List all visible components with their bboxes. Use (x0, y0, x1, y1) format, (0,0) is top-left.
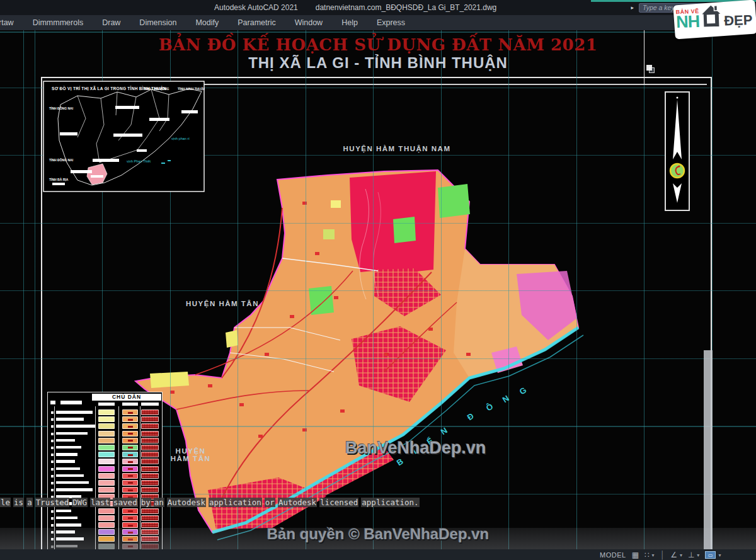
snap-mode-icon[interactable]: ∷ (644, 551, 650, 559)
label-huyen-ham-tan-south: HUYỆN HÀM TÂN (161, 447, 220, 462)
watermark-center: BanVeNhaDep.vn (345, 438, 486, 458)
grid-display-icon[interactable]: ▦ (632, 551, 639, 559)
legend-row (48, 458, 162, 465)
model-button[interactable]: MODEL (600, 551, 626, 559)
inset-label-dong-nai-2: TỈNH ĐỒNG NAI (49, 158, 74, 162)
legend-row (48, 508, 162, 515)
menu-help[interactable]: Help (332, 15, 367, 30)
inset-sea-label-1: vịnh phan rí (171, 137, 190, 140)
menu-rtaw[interactable]: rtaw (0, 15, 23, 30)
crosshair-cursor (644, 30, 644, 85)
menu-dimension[interactable]: Dimension (130, 15, 186, 30)
menu-bar: rtaw Dimmmmerols Draw Dimension Modify P… (0, 15, 756, 30)
inset-label-lam-dong: TỈNH LÂM ĐỒNG (144, 87, 169, 91)
right-scrollbar[interactable] (704, 350, 713, 549)
banvenhadep-logo: BẢN VẼ NH ĐẸP (672, 0, 756, 38)
logo-text-nh: NH (676, 14, 700, 30)
menu-parametric[interactable]: Parametric (228, 15, 285, 30)
menu-dimmmmerols[interactable]: Dimmmmerols (23, 15, 93, 30)
legend-row (48, 430, 162, 437)
location-inset-map: SƠ ĐỒ VỊ TRÍ THỊ XÃ LA GI TRONG TỈNH BÌN… (43, 81, 205, 192)
legend-row (48, 423, 162, 430)
polar-dropdown-icon[interactable]: ▾ (697, 552, 699, 558)
search-expand-icon[interactable]: ▸ (631, 4, 634, 11)
label-huyen-ham-tan-west: HUYỆN HÀM TÂN (175, 300, 270, 307)
legend-row (48, 486, 162, 493)
status-bar: MODEL ▦ ∷ ▾ │ ∠ ▾ ⊥ ▾ ▭ ▾ (0, 549, 756, 560)
legend-row (48, 444, 162, 451)
trusted-overlay: leisaTrustedDWGlastsavedbyanAutodeskappl… (0, 498, 422, 507)
legend-row (48, 409, 162, 416)
snap-dropdown-icon[interactable]: ▾ (652, 552, 655, 558)
legend-row (48, 479, 162, 486)
menu-window[interactable]: Window (285, 15, 332, 30)
legend-row (48, 416, 162, 423)
legend-row (48, 466, 162, 472)
selection-cycling-icon[interactable]: ▭ (705, 551, 716, 559)
label-huyen-ham-thuan-nam: HUYỆN HÀM THUẬN NAM (328, 145, 466, 152)
ortho-dropdown-icon[interactable]: ▾ (680, 552, 682, 558)
logo-text-dep: ĐẸP (724, 13, 753, 28)
legend-row (48, 472, 162, 479)
house-icon (699, 3, 723, 29)
menu-express[interactable]: Express (367, 15, 415, 30)
crosshair-pickbox (646, 65, 652, 71)
north-emblem (670, 164, 684, 178)
ortho-mode-icon[interactable]: ∠ (670, 551, 677, 559)
autocad-window: Autodesk AutoCAD 2021 datnenvietnam.com_… (0, 0, 756, 560)
legend-row (48, 515, 162, 522)
inset-sea-label-2: vịnh Phan Thiết (127, 159, 151, 163)
inset-label-ninh-thuan: TỈNH NINH THUẬN (178, 87, 205, 91)
legend-row (48, 451, 162, 458)
inset-label-ba-ria: TỈNH BÀ RỊA (49, 178, 69, 181)
watermark-bottom: Bản quyền © BanVeNhaDep.vn (0, 525, 756, 543)
drawing-canvas[interactable]: BẢN ĐỒ KẾ HOẠCH SỬ DỤNG ĐẤT NĂM 2021 THỊ… (0, 30, 756, 560)
legend-row (48, 437, 162, 444)
map-title-line2: THỊ XÃ LA GI - TỈNH BÌNH THUẬN (0, 54, 756, 72)
app-title: Autodesk AutoCAD 2021 (214, 3, 298, 12)
document-title: datnenvietnam.com_BĐQHSDĐ_La Gi_BT_2021.… (316, 3, 496, 12)
statusbar-separator: │ (660, 551, 665, 559)
north-arrow (665, 91, 690, 211)
legend-title: CHÚ DẪN (92, 394, 161, 401)
menu-modify[interactable]: Modify (186, 15, 228, 30)
polar-tracking-icon[interactable]: ⊥ (688, 551, 694, 559)
selection-dropdown-icon[interactable]: ▾ (718, 552, 721, 558)
title-bar: Autodesk AutoCAD 2021 datnenvietnam.com_… (0, 0, 756, 15)
inset-label-dong-nai-1: TỈNH ĐỒNG NAI (49, 106, 74, 110)
menu-draw[interactable]: Draw (93, 15, 130, 30)
map-title-line1: BẢN ĐỒ KẾ HOẠCH SỬ DỤNG ĐẤT NĂM 2021 (0, 35, 756, 54)
